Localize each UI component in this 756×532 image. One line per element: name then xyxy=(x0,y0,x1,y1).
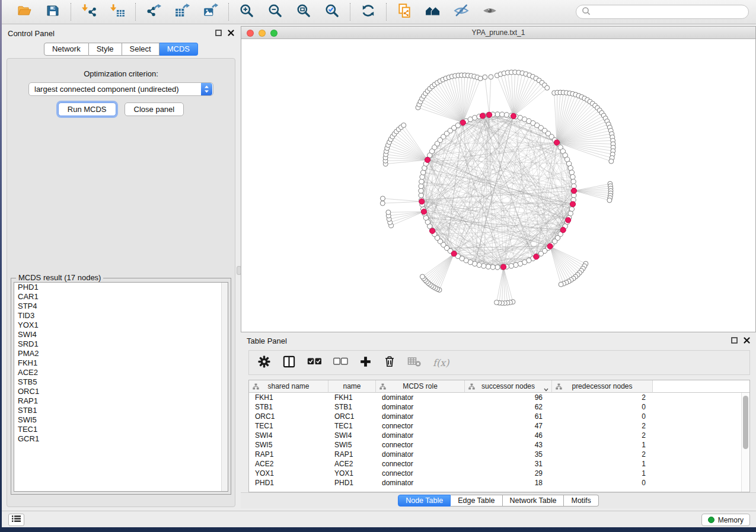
table-cell[interactable]: STB1 xyxy=(328,402,376,412)
table-cell[interactable]: connector xyxy=(376,469,465,478)
list-item[interactable]: SWI5 xyxy=(14,415,228,425)
network-hub-node[interactable] xyxy=(430,228,435,233)
table-cell[interactable]: 61 xyxy=(465,412,552,421)
network-node[interactable] xyxy=(486,264,490,269)
network-hub-node[interactable] xyxy=(570,201,575,207)
network-node[interactable] xyxy=(504,113,509,117)
network-hub-node[interactable] xyxy=(534,254,539,259)
show-task-history-button[interactable] xyxy=(8,514,24,526)
network-satellite-node[interactable] xyxy=(489,75,493,79)
table-cell[interactable]: SWI5 xyxy=(249,440,328,450)
table-cell[interactable]: dominator xyxy=(376,450,465,459)
table-row[interactable]: SWI5SWI5connector431 xyxy=(249,440,749,450)
network-hub-node[interactable] xyxy=(566,217,571,223)
network-hub-node[interactable] xyxy=(554,140,560,145)
tab-mcds[interactable]: MCDS xyxy=(160,43,198,56)
list-item[interactable]: ACE2 xyxy=(14,368,228,377)
network-node[interactable] xyxy=(569,170,574,175)
table-cell[interactable]: dominator xyxy=(376,402,465,412)
open-file-button[interactable] xyxy=(14,2,34,21)
table-scrollbar-thumb[interactable] xyxy=(743,396,748,449)
table-cell[interactable]: FKH1 xyxy=(328,393,376,402)
table-settings-button[interactable] xyxy=(257,355,271,371)
network-hub-node[interactable] xyxy=(421,209,426,214)
float-panel-icon[interactable] xyxy=(215,29,222,38)
save-session-button[interactable] xyxy=(43,2,63,21)
table-row[interactable]: YOX1YOX1connector291 xyxy=(249,469,749,478)
list-item[interactable]: SRD1 xyxy=(14,339,228,349)
table-cell[interactable] xyxy=(653,402,749,412)
list-item[interactable]: STP4 xyxy=(14,302,228,311)
table-cell[interactable]: 1 xyxy=(552,459,653,469)
network-satellite-node[interactable] xyxy=(420,274,425,279)
maximize-window-icon[interactable] xyxy=(270,30,277,37)
table-cell[interactable]: 35 xyxy=(465,450,552,459)
select-all-rows-button[interactable] xyxy=(307,357,322,368)
zoom-selected-button[interactable] xyxy=(322,2,342,21)
network-satellite-node[interactable] xyxy=(483,75,487,79)
show-all-button[interactable] xyxy=(480,2,500,21)
table-cell[interactable]: connector xyxy=(376,459,465,469)
table-row[interactable]: FKH1FKH1dominator962 xyxy=(249,393,749,402)
table-cell[interactable]: PHD1 xyxy=(249,478,328,488)
table-cell[interactable]: ORC1 xyxy=(328,412,376,421)
network-node[interactable] xyxy=(495,112,500,117)
table-cell[interactable] xyxy=(653,421,749,431)
column-header-shared-name[interactable]: shared name xyxy=(249,380,328,393)
run-mcds-button[interactable]: Run MCDS xyxy=(58,102,116,116)
table-cell[interactable]: TEC1 xyxy=(328,421,376,431)
zoom-out-button[interactable] xyxy=(265,2,285,21)
table-cell[interactable]: RAP1 xyxy=(328,450,376,459)
close-panel-icon[interactable] xyxy=(228,29,234,38)
network-satellite-node[interactable] xyxy=(401,123,406,127)
hide-selected-button[interactable] xyxy=(451,2,471,21)
network-hub-node[interactable] xyxy=(419,199,425,204)
table-cell[interactable]: connector xyxy=(376,421,465,431)
table-cell[interactable]: RAP1 xyxy=(249,450,328,459)
table-cell[interactable] xyxy=(653,393,749,402)
table-cell[interactable]: dominator xyxy=(376,393,465,402)
table-cell[interactable]: YOX1 xyxy=(328,469,376,478)
tab-style[interactable]: Style xyxy=(89,43,122,56)
table-cell[interactable]: dominator xyxy=(376,431,465,440)
network-satellite-node[interactable] xyxy=(495,300,499,305)
table-cell[interactable]: SWI4 xyxy=(249,431,328,440)
table-cell[interactable]: PHD1 xyxy=(328,478,376,488)
network-hub-node[interactable] xyxy=(547,243,553,249)
table-row[interactable]: ACE2ACE2connector311 xyxy=(249,459,749,469)
table-cell[interactable]: 2 xyxy=(552,421,653,431)
mcds-result-list[interactable]: PHD1CAR1STP4TID3YOX1SWI4SRD1PMA2FKH1ACE2… xyxy=(14,282,228,492)
network-window-titlebar[interactable]: YPA_prune.txt_1 xyxy=(241,27,755,39)
column-header-mcds-role[interactable]: MCDS role xyxy=(376,380,465,393)
tab-network-table[interactable]: Network Table xyxy=(503,495,564,507)
list-item[interactable]: CAR1 xyxy=(14,292,228,302)
table-cell[interactable]: YOX1 xyxy=(249,469,328,478)
network-hub-node[interactable] xyxy=(460,120,465,125)
network-hub-node[interactable] xyxy=(501,264,506,270)
table-row[interactable]: ORC1ORC1dominator610 xyxy=(249,412,749,421)
network-node[interactable] xyxy=(490,265,495,270)
table-row[interactable]: SWI4SWI4dominator462 xyxy=(249,431,749,440)
table-cell[interactable]: dominator xyxy=(376,412,465,421)
network-satellite-node[interactable] xyxy=(386,210,391,214)
column-header-predecessor-nodes[interactable]: predecessor nodes xyxy=(552,380,653,393)
network-hub-node[interactable] xyxy=(571,188,576,193)
network-hub-node[interactable] xyxy=(451,251,457,257)
table-cell[interactable] xyxy=(653,478,749,488)
table-row[interactable]: TEC1TEC1connector472 xyxy=(249,421,749,431)
close-panel-button[interactable]: Close panel xyxy=(125,102,184,116)
zoom-fit-button[interactable] xyxy=(294,2,314,21)
table-row[interactable]: PHD1PHD1dominator180 xyxy=(249,478,749,488)
table-cell[interactable]: 2 xyxy=(552,393,653,402)
table-cell[interactable]: ORC1 xyxy=(249,412,328,421)
import-network-button[interactable] xyxy=(79,2,99,21)
list-item[interactable]: TID3 xyxy=(14,311,228,321)
table-cell[interactable]: 18 xyxy=(465,478,552,488)
network-hub-node[interactable] xyxy=(425,157,430,162)
network-node[interactable] xyxy=(420,175,425,180)
close-panel-icon[interactable] xyxy=(744,336,750,345)
network-hub-node[interactable] xyxy=(560,227,566,233)
table-cell[interactable] xyxy=(653,440,749,450)
clone-network-button[interactable] xyxy=(394,2,414,21)
tab-motifs[interactable]: Motifs xyxy=(564,495,598,507)
